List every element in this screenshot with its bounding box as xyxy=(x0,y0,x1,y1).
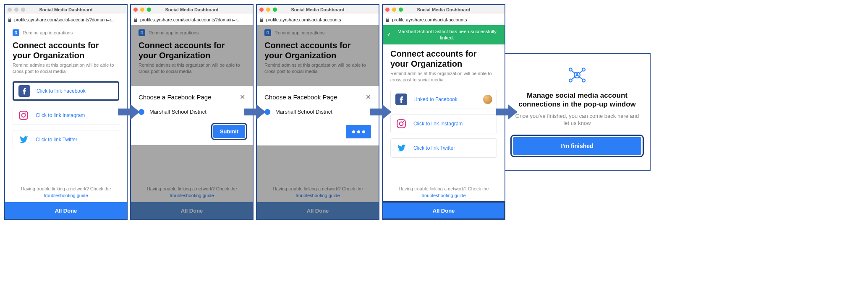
trouble-text: Having trouble linking a network? Check … xyxy=(5,186,127,202)
brand-label: Remind app integrations xyxy=(23,30,73,35)
svg-line-15 xyxy=(579,71,583,73)
traffic-max-icon[interactable] xyxy=(21,8,25,12)
traffic-close-icon[interactable] xyxy=(385,8,390,12)
flow-arrow-icon xyxy=(116,99,142,125)
svg-point-13 xyxy=(582,79,585,82)
traffic-min-icon[interactable] xyxy=(266,8,270,12)
page-content: R Remind app integrations Connect accoun… xyxy=(257,25,379,219)
link-instagram-label: Click to link Instagram xyxy=(413,121,492,127)
traffic-lights xyxy=(259,8,277,12)
page-subtitle: Remind admins at this organization will … xyxy=(5,62,127,81)
trouble-prefix: Having trouble linking a network? Check … xyxy=(21,186,111,191)
network-icon xyxy=(566,66,588,86)
finished-subtitle: Once you've finished, you can come back … xyxy=(513,112,641,127)
remind-icon: R xyxy=(139,29,145,36)
remind-icon: R xyxy=(264,29,271,36)
lock-icon xyxy=(133,17,138,22)
traffic-max-icon[interactable] xyxy=(147,8,151,12)
linked-facebook-label: Linked to Facebook xyxy=(413,96,477,102)
page-subtitle: Remind admins at this organization will … xyxy=(383,70,505,90)
panel-step1: Social Media Dashboard profile.ayrshare.… xyxy=(4,4,128,220)
troubleshooting-link[interactable]: troubleshooting guide xyxy=(44,193,88,198)
traffic-close-icon[interactable] xyxy=(8,8,12,12)
link-twitter-button[interactable]: Click to link Twitter xyxy=(390,138,497,158)
urlbar[interactable]: profile.ayrshare.com/social-accounts?dom… xyxy=(5,14,127,25)
lock-icon xyxy=(385,17,390,22)
troubleshooting-link[interactable]: troubleshooting guide xyxy=(295,193,340,198)
url-text: profile.ayrshare.com/social-accounts?dom… xyxy=(14,17,115,22)
check-icon xyxy=(387,31,391,38)
trouble-prefix: Having trouble linking a network? Check … xyxy=(399,186,489,191)
url-text: profile.ayrshare.com/social-accounts xyxy=(392,17,467,22)
trouble-prefix: Having trouble linking a network? Check … xyxy=(147,186,237,191)
url-text: profile.ayrshare.com/social-accounts?dom… xyxy=(140,17,241,22)
svg-rect-1 xyxy=(19,111,28,120)
trouble-text: Having trouble linking a network? Check … xyxy=(257,186,379,202)
page-title: Connect accounts for your Organization xyxy=(383,44,505,70)
choose-page-modal: Choose a Facebook Page ✕ Marshall School… xyxy=(257,86,379,146)
traffic-max-icon[interactable] xyxy=(399,8,403,12)
twitter-icon xyxy=(17,133,30,146)
panel-step2: Social Media Dashboard profile.ayrshare.… xyxy=(130,4,254,220)
urlbar[interactable]: profile.ayrshare.com/social-accounts xyxy=(257,14,379,25)
twitter-icon xyxy=(395,142,408,154)
choose-page-modal: Choose a Facebook Page ✕ Marshall School… xyxy=(131,86,253,145)
lock-icon xyxy=(259,17,264,22)
dot-icon xyxy=(352,130,355,133)
traffic-close-icon[interactable] xyxy=(259,8,264,12)
svg-line-17 xyxy=(579,77,583,79)
link-instagram-label: Click to link Instagram xyxy=(36,112,115,118)
traffic-min-icon[interactable] xyxy=(14,8,18,12)
link-facebook-button[interactable]: Click to link Facebook xyxy=(13,81,119,101)
page-title: Connect accounts for your Organization xyxy=(257,38,379,62)
traffic-min-icon[interactable] xyxy=(392,8,396,12)
submit-button[interactable]: Submit xyxy=(213,125,245,138)
traffic-max-icon[interactable] xyxy=(273,8,277,12)
page-option-label: Marshall School District xyxy=(275,109,332,115)
troubleshooting-link[interactable]: troubleshooting guide xyxy=(170,193,214,198)
page-option-label: Marshall School District xyxy=(149,109,207,115)
svg-rect-5 xyxy=(397,120,405,128)
all-done-button[interactable]: All Done xyxy=(131,202,253,219)
link-instagram-button[interactable]: Click to link Instagram xyxy=(390,114,497,133)
page-option[interactable]: Marshall School District xyxy=(139,109,245,115)
all-done-button[interactable]: All Done xyxy=(383,202,505,219)
linked-facebook-row[interactable]: Linked to Facebook xyxy=(390,90,497,109)
social-list: Linked to Facebook Click to link Instagr… xyxy=(383,90,505,158)
link-instagram-button[interactable]: Click to link Instagram xyxy=(13,106,119,125)
brand-label: Remind app integrations xyxy=(149,30,199,35)
page-option[interactable]: Marshall School District xyxy=(264,109,371,115)
instagram-icon xyxy=(17,109,30,122)
link-facebook-label: Click to link Facebook xyxy=(37,88,114,94)
facebook-icon xyxy=(395,93,408,106)
page-title: Connect accounts for your Organization xyxy=(131,38,253,62)
page-subtitle: Remind admins at this organization will … xyxy=(257,62,379,81)
svg-point-10 xyxy=(569,68,572,71)
page-avatar-icon xyxy=(483,95,492,104)
dot-icon xyxy=(362,130,365,133)
troubleshooting-link[interactable]: troubleshooting guide xyxy=(421,193,465,198)
traffic-lights xyxy=(385,8,403,12)
trouble-prefix: Having trouble linking a network? Check … xyxy=(273,186,363,191)
trouble-text: Having trouble linking a network? Check … xyxy=(131,186,253,202)
all-done-button[interactable]: All Done xyxy=(257,202,379,219)
im-finished-button[interactable]: I'm finished xyxy=(513,137,641,155)
page-content: Marshall School District has been succes… xyxy=(383,25,505,219)
traffic-close-icon[interactable] xyxy=(133,8,138,12)
all-done-button[interactable]: All Done xyxy=(5,202,127,219)
link-twitter-button[interactable]: Click to link Twitter xyxy=(13,130,119,149)
modal-title: Choose a Facebook Page xyxy=(139,94,211,101)
svg-point-2 xyxy=(22,113,26,117)
traffic-lights xyxy=(8,8,25,12)
urlbar[interactable]: profile.ayrshare.com/social-accounts xyxy=(383,14,505,25)
success-toast: Marshall School District has been succes… xyxy=(383,25,505,44)
modal-title: Choose a Facebook Page xyxy=(264,94,337,101)
finished-title: Manage social media account connections … xyxy=(513,91,641,109)
svg-point-12 xyxy=(569,79,572,82)
finished-card: Manage social media account connections … xyxy=(504,53,651,171)
panel-step3: Social Media Dashboard profile.ayrshare.… xyxy=(256,4,379,220)
traffic-min-icon[interactable] xyxy=(140,8,144,12)
svg-line-14 xyxy=(572,71,575,73)
brand-row: R Remind app integrations xyxy=(5,25,127,38)
urlbar[interactable]: profile.ayrshare.com/social-accounts?dom… xyxy=(131,14,253,25)
